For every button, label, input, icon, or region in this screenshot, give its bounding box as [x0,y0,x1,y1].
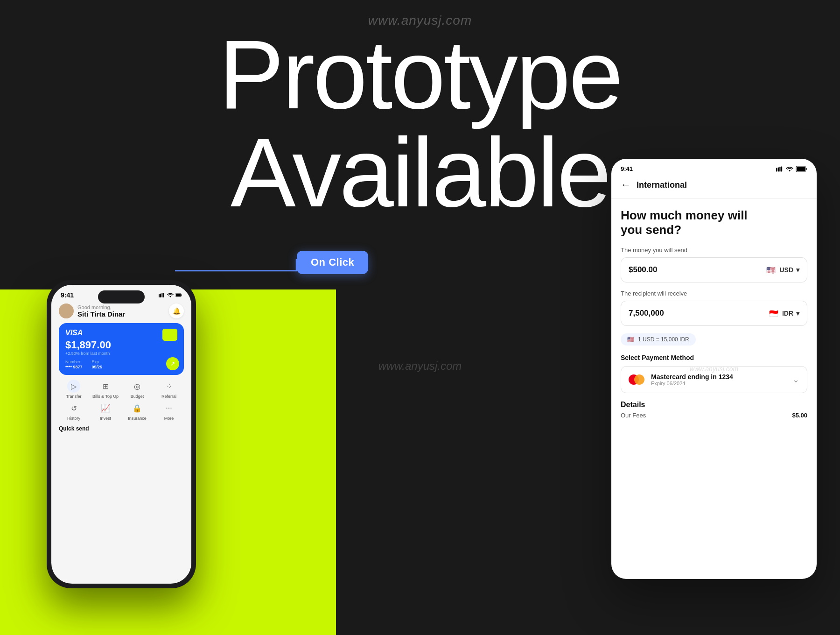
send-currency-chevron: ▾ [796,266,799,274]
details-section-title: Details [621,401,807,409]
nav-history-label: History [67,416,80,421]
payment-method-label: Select Payment Method [621,354,807,361]
nav-history[interactable]: ↺ History [59,402,89,421]
card-exp-label: Exp. [92,360,103,364]
nav-transfer-label: Transfer [66,394,81,399]
card-exp-value: 05/25 [92,365,103,369]
nav-insurance-label: Insurance [128,416,147,421]
exchange-rate-badge: 🇺🇸 1 USD = 15,000 IDR [621,333,696,346]
detail-header: ← International [611,175,817,199]
back-button[interactable]: ← [621,179,631,191]
send-field-label: The money you will send [621,247,807,254]
avatar [59,303,74,318]
watermark-top: www.anyusj.com [368,13,472,28]
payment-card-expiry: Expiry 06/2024 [651,381,733,386]
svg-rect-17 [806,168,807,170]
svg-rect-11 [778,167,779,171]
nav-referral-label: Referral [161,394,176,399]
hero-line1: Prototype [219,20,622,129]
nav-invest[interactable]: 📈 Invest [91,402,120,421]
card-amount: $1,897.00 [65,339,177,351]
receive-amount-input[interactable]: 7,500,000 🇮🇩 IDR ▾ [621,301,807,326]
visa-card: VISA $1,897.00 +2.50% from last month Nu… [59,323,184,375]
nav-bills[interactable]: ⊞ Bills & Top Up [91,380,120,399]
receive-currency: IDR [782,310,793,317]
card-growth: +2.50% from last month [65,351,177,356]
receive-currency-badge[interactable]: 🇮🇩 IDR ▾ [768,308,799,319]
card-number-value: **** 9877 [65,365,83,369]
phone-content: Good morning, Siti Tirta Dinar 🔔 VISA $1… [51,301,191,432]
payment-card-name: Mastercard ending in 1234 [651,373,733,381]
mc-circle-yellow [634,374,644,385]
nav-more-label: More [164,416,174,421]
nav-referral[interactable]: ⁘ Referral [154,380,184,399]
payment-method-row[interactable]: Mastercard ending in 1234 Expiry 06/2024… [621,366,807,393]
svg-rect-16 [797,167,805,171]
send-amount-input[interactable]: $500.00 🇺🇸 USD ▾ [621,257,807,282]
user-name: Siti Tirta Dinar [77,310,125,318]
detail-content: How much money willyou send? The money y… [611,199,817,572]
nav-invest-label: Invest [100,416,111,421]
transfer-btn[interactable]: ↗ [166,357,179,370]
our-fees-amount: $5.00 [792,412,807,419]
payment-info: Mastercard ending in 1234 Expiry 06/2024 [651,373,733,386]
nav-budget[interactable]: ◎ Budget [122,380,152,399]
question-title: How much money willyou send? [621,208,807,237]
receive-currency-chevron: ▾ [796,310,799,317]
nav-budget-label: Budget [131,394,144,399]
exchange-rate-flag: 🇺🇸 [627,336,634,343]
svg-point-14 [789,170,790,171]
svg-rect-12 [779,167,780,171]
payment-chevron-icon: ⌄ [792,374,799,385]
receive-field-label: The recipient will receive [621,290,807,297]
send-amount-value: $500.00 [629,265,657,275]
nav-insurance[interactable]: 🔒 Insurance [122,402,152,421]
send-currency-badge[interactable]: 🇺🇸 USD ▾ [765,264,799,275]
mastercard-icon [629,374,645,385]
receive-amount-value: 7,500,000 [629,309,664,318]
svg-point-8 [63,306,70,312]
svg-rect-10 [776,168,777,171]
card-number-label: Number [65,360,83,364]
on-click-bubble[interactable]: On Click [297,251,368,274]
screen-title: International [637,180,687,190]
send-currency: USD [779,266,793,274]
payment-method-left: Mastercard ending in 1234 Expiry 06/2024 [629,373,733,386]
hero-line2: Available [231,118,609,227]
our-fees-row: Our Fees $5.00 [621,412,807,419]
idr-flag: 🇮🇩 [768,308,779,319]
detail-time: 9:41 [621,165,633,172]
exchange-rate-text: 1 USD = 15,000 IDR [638,336,689,343]
visa-logo: VISA [65,329,177,337]
detail-status-bar: 9:41 [611,159,817,175]
detail-panel: 9:41 ← International How much money will… [611,159,817,579]
greeting-text: Good morning, [77,304,125,310]
nav-bills-label: Bills & Top Up [92,394,119,399]
phone-time: 9:41 [61,291,74,299]
chip-icon [162,329,177,341]
nav-more[interactable]: ··· More [154,402,184,421]
usd-flag: 🇺🇸 [765,264,777,275]
connector-arrow [131,233,373,318]
phone-nav-row2: ↺ History 📈 Invest 🔒 Insurance ··· More [59,402,184,421]
phone-nav-row1: ▷ Transfer ⊞ Bills & Top Up ◎ Budget ⁘ R… [59,380,184,399]
center-watermark: www.anyusj.com [378,360,462,373]
quick-send-title: Quick send [59,425,184,432]
our-fees-label: Our Fees [621,412,646,419]
nav-transfer[interactable]: ▷ Transfer [59,380,89,399]
svg-rect-13 [781,166,782,171]
svg-point-9 [61,313,71,318]
